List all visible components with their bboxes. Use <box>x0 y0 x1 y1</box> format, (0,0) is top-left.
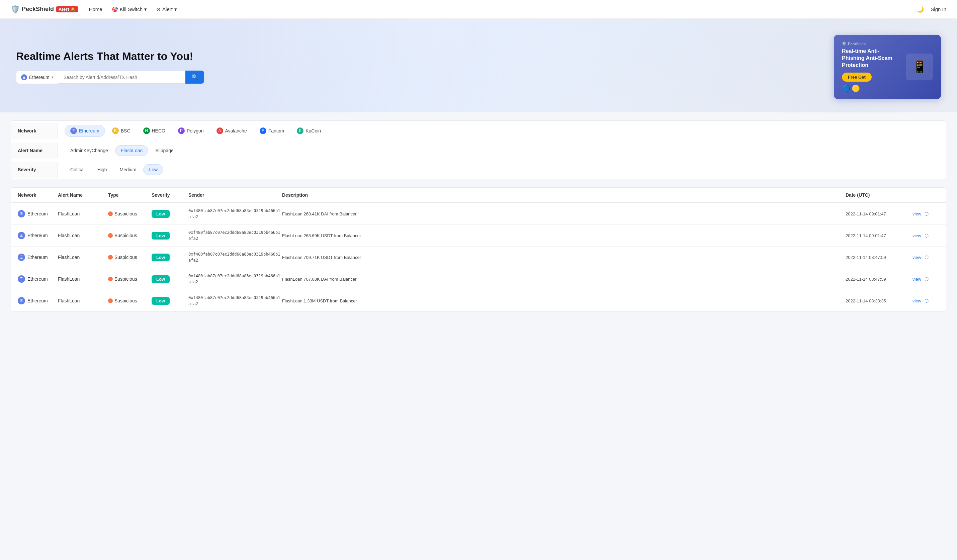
cell-date-2: 2022-11-14 09:01:47 <box>846 233 913 238</box>
hero-search-bar: Ξ Ethereum ▾ 🔍 <box>16 71 204 84</box>
filter-severity-options: Critical High Medium Low <box>58 160 170 179</box>
share-icon-3[interactable]: ⬡ <box>925 255 929 260</box>
filter-network-ethereum[interactable]: Ξ Ethereum <box>65 125 105 137</box>
view-link-3[interactable]: view <box>913 255 921 260</box>
ad-card-title: Real-time Anti-Phishing Anti-Scam Protec… <box>842 48 901 69</box>
fantom-icon: F <box>260 128 266 134</box>
search-input[interactable] <box>58 71 185 84</box>
avax-icon: A <box>216 128 223 134</box>
cell-severity-3: Low <box>152 255 188 260</box>
cell-actions-3: view ⬡ <box>913 255 939 260</box>
logo-alert-badge: Alert <box>56 6 78 13</box>
filter-row-alert-name: Alert Name AdminKeyChange FlashLoan Slip… <box>11 141 946 160</box>
nav-killswitch-link[interactable]: 🎯 Kill Switch ▾ <box>112 6 147 13</box>
ad-card-content: 🛡️ PeckShield Real-time Anti-Phishing An… <box>842 41 901 92</box>
nav-links: Home 🎯 Kill Switch ▾ ⊙ Alert ▾ <box>89 6 177 13</box>
dark-mode-toggle[interactable]: 🌙 <box>916 6 924 13</box>
filter-network-avalanche[interactable]: A Avalanche <box>211 125 253 137</box>
view-link-5[interactable]: view <box>913 298 921 303</box>
cell-type-3: Suspicious <box>108 255 152 260</box>
col-actions <box>913 192 939 198</box>
type-dot-icon <box>108 233 113 238</box>
cell-date-1: 2022-11-14 09:01:47 <box>846 211 913 216</box>
table-row: Ξ Ethereum FlashLoan Suspicious Low 0xf4… <box>11 246 946 268</box>
filter-alert-flashloan[interactable]: FlashLoan <box>115 145 148 156</box>
severity-badge: Low <box>152 254 170 261</box>
cell-network-2: Ξ Ethereum <box>18 232 58 239</box>
logo-shield-icon: 🛡️ <box>11 5 20 14</box>
filter-network-kucoin[interactable]: K KuCoin <box>291 125 327 137</box>
filter-row-network: Network Ξ Ethereum B BSC H HECO P Polygo… <box>11 121 946 141</box>
filter-network-options: Ξ Ethereum B BSC H HECO P Polygon A Aval… <box>58 121 333 141</box>
share-icon-5[interactable]: ⬡ <box>925 298 929 303</box>
view-link-1[interactable]: view <box>913 211 921 216</box>
filter-network-fantom[interactable]: F Fantom <box>254 125 290 137</box>
table-header: Network Alert Name Type Severity Sender … <box>11 188 946 203</box>
share-icon-2[interactable]: ⬡ <box>925 233 929 238</box>
filter-network-label: Network <box>11 123 58 139</box>
search-button[interactable]: 🔍 <box>185 71 204 84</box>
table-row: Ξ Ethereum FlashLoan Suspicious Low 0xf4… <box>11 268 946 290</box>
cell-type-4: Suspicious <box>108 276 152 282</box>
polygon-icon: P <box>178 128 185 134</box>
cell-alertname-3: FlashLoan <box>58 255 108 260</box>
filter-alert-adminkey[interactable]: AdminKeyChange <box>65 145 114 156</box>
eth-icon: Ξ <box>18 275 25 283</box>
filter-network-bsc[interactable]: B BSC <box>106 125 136 137</box>
type-dot-icon <box>108 211 113 216</box>
chain-selector[interactable]: Ξ Ethereum ▾ <box>16 71 58 84</box>
filter-severity-medium[interactable]: Medium <box>114 164 142 175</box>
cell-type-5: Suspicious <box>108 298 152 303</box>
ad-card-logo: 🛡️ PeckShield <box>842 41 901 46</box>
cell-actions-5: view ⬡ <box>913 298 939 303</box>
ad-card-image: 📱 <box>906 54 933 80</box>
filter-alert-slippage[interactable]: Slippage <box>150 145 179 156</box>
nav-home-link[interactable]: Home <box>89 6 103 12</box>
cell-desc-1: FlashLoan 268.41K DAI from Balancer <box>282 211 846 216</box>
cell-sender-3: 0xf480fab87c07ec2ddd68a83ec0319bb466b1af… <box>188 251 282 263</box>
view-link-4[interactable]: view <box>913 277 921 282</box>
eth-icon: Ξ <box>18 232 25 239</box>
filter-severity-high[interactable]: High <box>92 164 113 175</box>
col-alert-name: Alert Name <box>58 192 108 198</box>
cell-alertname-2: FlashLoan <box>58 233 108 238</box>
killswitch-target-icon: 🎯 <box>112 6 118 13</box>
chain-chevron-icon: ▾ <box>52 75 54 80</box>
severity-badge: Low <box>152 275 170 283</box>
cell-alertname-5: FlashLoan <box>58 298 108 303</box>
eth-icon: Ξ <box>18 254 25 261</box>
type-dot-icon <box>108 255 113 260</box>
ad-free-get-button[interactable]: Free Get <box>842 73 872 82</box>
filter-severity-low[interactable]: Low <box>143 164 163 175</box>
heco-icon: H <box>143 128 150 134</box>
chain-eth-icon: Ξ <box>21 74 27 80</box>
hero-left: Realtime Alerts That Matter to You! Ξ Et… <box>16 50 204 84</box>
col-date: Date (UTC) <box>846 192 913 198</box>
cell-severity-1: Low <box>152 211 188 216</box>
severity-badge: Low <box>152 210 170 218</box>
col-severity: Severity <box>152 192 188 198</box>
view-link-2[interactable]: view <box>913 233 921 238</box>
share-icon-4[interactable]: ⬡ <box>925 276 929 282</box>
logo-peckshield-text: PeckShield <box>22 6 54 13</box>
col-description: Description <box>282 192 846 198</box>
cell-desc-3: FlashLoan 709.71K USDT from Balancer <box>282 255 846 260</box>
alert-circle-icon: ⊙ <box>156 6 161 13</box>
type-dot-icon <box>108 277 113 281</box>
filter-network-heco[interactable]: H HECO <box>137 125 171 137</box>
col-type: Type <box>108 192 152 198</box>
cell-date-3: 2022-11-14 08:47:59 <box>846 255 913 260</box>
sign-in-button[interactable]: Sign In <box>930 6 946 12</box>
nav-alert-link[interactable]: ⊙ Alert ▾ <box>156 6 177 13</box>
cell-desc-4: FlashLoan 707.68K DAI from Balancer <box>282 277 846 282</box>
killswitch-chevron-icon: ▾ <box>144 6 147 13</box>
chain-selector-label: Ethereum <box>29 74 49 80</box>
navbar: 🛡️ PeckShield Alert Home 🎯 Kill Switch ▾… <box>0 0 957 19</box>
filter-severity-critical[interactable]: Critical <box>65 164 90 175</box>
eth-icon: Ξ <box>18 297 25 304</box>
cell-alertname-4: FlashLoan <box>58 276 108 282</box>
eth-icon: Ξ <box>70 128 77 134</box>
filter-network-polygon[interactable]: P Polygon <box>172 125 210 137</box>
share-icon-1[interactable]: ⬡ <box>925 211 929 216</box>
cell-actions-1: view ⬡ <box>913 211 939 216</box>
